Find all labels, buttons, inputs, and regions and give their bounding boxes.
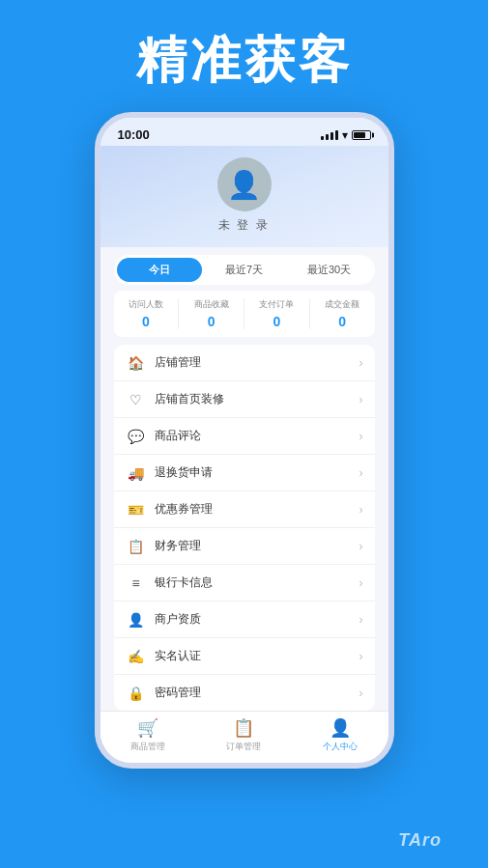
realname-icon: ✍ [126,649,147,664]
menu-item-merchant[interactable]: 👤 商户资质 › [114,602,375,638]
stats-row: 访问人数 0 商品收藏 0 支付订单 0 成交金额 0 [114,291,375,337]
menu-item-store-mgmt[interactable]: 🏠 店铺管理 › [114,345,375,381]
nav-orders[interactable]: 📋 订单管理 [196,717,292,753]
stat-favorites-value: 0 [208,314,215,329]
status-time: 10:00 [118,127,150,142]
menu-item-password[interactable]: 🔒 密码管理 › [114,675,375,711]
chevron-right-icon: › [359,650,363,663]
avatar-icon: 👤 [227,169,261,201]
tab-today[interactable]: 今日 [117,258,202,282]
menu-label-realname: 实名认证 [155,648,359,664]
tab-day30[interactable]: 最近30天 [287,258,372,282]
nav-profile[interactable]: 👤 个人中心 [292,717,388,753]
goods-nav-icon: 🛒 [137,717,158,739]
bottom-nav: 🛒 商品管理 📋 订单管理 👤 个人中心 [100,711,388,763]
menu-item-finance[interactable]: 📋 财务管理 › [114,528,375,565]
nav-goods[interactable]: 🛒 商品管理 [100,717,196,753]
username-label: 未 登 录 [218,217,270,234]
stat-visitors-label: 访问人数 [129,298,163,311]
password-icon: 🔒 [126,686,147,701]
profile-nav-icon: 👤 [330,717,351,739]
menu-item-realname[interactable]: ✍ 实名认证 › [114,638,375,675]
status-bar: 10:00 ▾ [100,118,388,146]
menu-item-coupons[interactable]: 🎫 优惠券管理 › [114,491,375,528]
stat-visitors: 访问人数 0 [114,298,180,329]
stat-amount-value: 0 [338,314,346,329]
chevron-right-icon: › [359,393,363,406]
chevron-right-icon: › [359,686,363,700]
menu-label-finance: 财务管理 [155,538,359,554]
chevron-right-icon: › [359,576,363,590]
phone-screen: 10:00 ▾ 👤 [100,118,388,763]
stat-visitors-value: 0 [142,314,150,329]
chevron-right-icon: › [359,540,363,553]
wifi-icon: ▾ [342,128,348,142]
menu-label-decorate: 店铺首页装修 [155,391,359,407]
stat-orders: 支付订单 0 [244,298,310,329]
menu-label-coupons: 优惠券管理 [155,501,359,518]
chevron-right-icon: › [359,356,363,370]
profile-nav-label: 个人中心 [323,741,358,753]
avatar[interactable]: 👤 [217,157,272,211]
coupons-icon: 🎫 [126,502,147,518]
menu-label-reviews: 商品评论 [155,428,359,444]
battery-icon [352,130,371,140]
watermark: TAro [398,830,442,851]
merchant-icon: 👤 [126,612,147,628]
menu-item-decorate[interactable]: ♡ 店铺首页装修 › [114,381,375,418]
stat-orders-value: 0 [273,314,280,329]
chevron-right-icon: › [359,613,363,627]
menu-label-password: 密码管理 [155,685,359,701]
chevron-right-icon: › [359,503,363,517]
hero-title: 精准获客 [0,0,488,112]
menu-item-bank[interactable]: ≡ 银行卡信息 › [114,565,375,602]
stat-amount: 成交金额 0 [310,298,375,329]
menu-item-reviews[interactable]: 💬 商品评论 › [114,418,375,455]
profile-header: 👤 未 登 录 [100,146,388,247]
menu-label-returns: 退换货申请 [155,464,359,481]
chevron-right-icon: › [359,430,363,443]
finance-icon: 📋 [126,539,147,554]
tabs-row: 今日 最近7天 最近30天 [114,255,375,285]
menu-label-merchant: 商户资质 [155,611,359,628]
menu-label-store-mgmt: 店铺管理 [155,354,359,371]
menu-label-bank: 银行卡信息 [155,574,359,591]
phone-frame: 10:00 ▾ 👤 [95,112,394,769]
reviews-icon: 💬 [126,429,147,444]
store-mgmt-icon: 🏠 [126,355,147,371]
bank-icon: ≡ [126,575,147,591]
stat-amount-label: 成交金额 [325,298,359,311]
chevron-right-icon: › [359,466,363,480]
menu-list: 🏠 店铺管理 › ♡ 店铺首页装修 › 💬 商品评论 › 🚚 退换货申请 [114,345,375,711]
stat-orders-label: 支付订单 [259,298,294,311]
goods-nav-label: 商品管理 [130,741,165,753]
phone-wrapper: 10:00 ▾ 👤 [0,112,488,769]
status-icons: ▾ [321,128,371,142]
menu-item-returns[interactable]: 🚚 退换货申请 › [114,455,375,491]
orders-nav-icon: 📋 [233,717,254,739]
tab-week7[interactable]: 最近7天 [202,258,287,282]
signal-icon [321,130,338,140]
stat-favorites: 商品收藏 0 [179,298,244,329]
returns-icon: 🚚 [126,465,147,481]
orders-nav-label: 订单管理 [226,741,261,753]
stat-favorites-label: 商品收藏 [194,298,229,311]
decorate-icon: ♡ [126,392,147,407]
